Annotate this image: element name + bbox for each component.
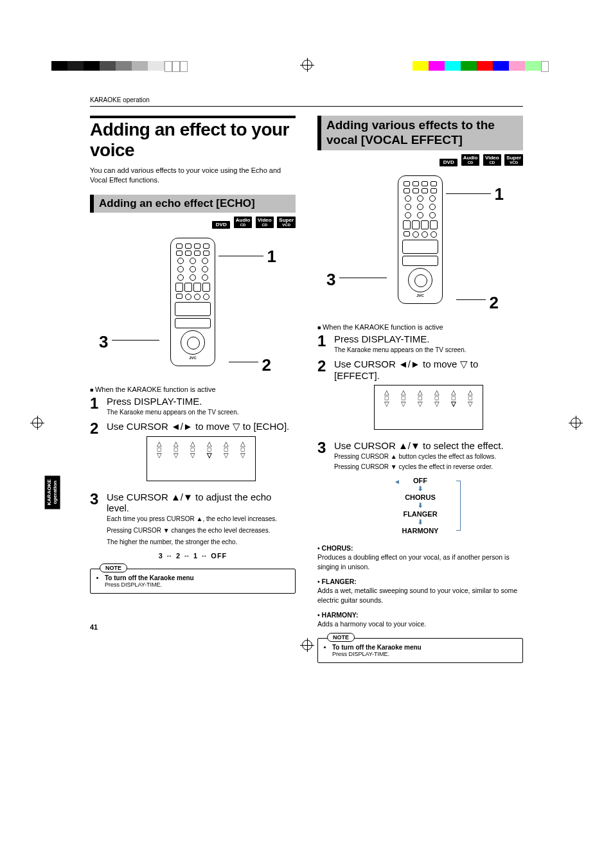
vocal-disc-badges: DVD AudioCD VideoCD SuperVCD: [317, 154, 523, 166]
effect-definitions: CHORUS: Produces a doubling effect on yo…: [317, 544, 523, 630]
badge-super-vcd: SuperVCD: [277, 217, 296, 228]
registration-mark-right: [571, 418, 581, 428]
note-label: NOTE: [100, 563, 127, 572]
echo-step-3: 3 Use CURSOR ▲/▼ to adjust the echo leve…: [90, 492, 296, 547]
cycle-item: FLANGER: [385, 510, 456, 518]
page-number: 41: [90, 623, 98, 631]
annot-3: 3: [99, 332, 108, 352]
step-number: 1: [90, 396, 102, 417]
breadcrumb: KARAOKE operation: [90, 96, 568, 103]
step-head: Use CURSOR ◄/► to move ▽ to [ECHO].: [107, 421, 296, 432]
note-body: Press DISPLAY-TIME.: [105, 581, 289, 588]
remote-brand-label: JVC: [175, 356, 211, 360]
header-rule: [90, 106, 523, 107]
echo-condition: When the KARAOKE function is active: [90, 385, 296, 393]
step-number: 2: [90, 421, 102, 488]
effect-cycle-diagram: ◄ OFF ⬇ CHORUS ⬇ FLANGER ⬇ HARMONY: [385, 477, 456, 535]
echo-note: NOTE To turn off the Karaoke menu Press …: [90, 569, 296, 594]
def-desc: Produces a doubling effect on your vocal…: [317, 553, 510, 571]
page-title: Adding an effect to your voice: [90, 120, 296, 161]
annot-1: 1: [267, 247, 276, 267]
remote-icon: JVC: [170, 238, 215, 366]
badge-audio-cd: AudioCD: [461, 154, 480, 166]
intro-text: You can add various effects to your voic…: [90, 166, 296, 186]
menu-item-icon: △▢▽: [432, 389, 442, 403]
badge-dvd: DVD: [440, 159, 458, 166]
def-term: CHORUS:: [322, 544, 353, 552]
step-head: Use CURSOR ▲/▼ to adjust the echo level.: [107, 492, 296, 513]
step-number: 1: [317, 333, 329, 355]
echo-disc-badges: DVD AudioCD VideoCD SuperVCD: [90, 217, 296, 229]
registration-mark-bottom: [302, 640, 312, 650]
note-body: Press DISPLAY-TIME.: [332, 651, 516, 657]
left-column: Adding an effect to your voice You can a…: [90, 116, 296, 663]
vocal-step-1: 1 Press DISPLAY-TIME. The Karaoke menu a…: [317, 333, 523, 355]
remote-icon: JVC: [398, 175, 443, 304]
step-body-text: Pressing CURSOR ▼ changes the echo level…: [107, 526, 296, 535]
menu-item-icon: △▢▽: [449, 389, 459, 403]
echo-level-sequence: 3 ↔ 2 ↔ 1 ↔ OFF: [90, 552, 296, 560]
step-number: 3: [90, 492, 102, 547]
echo-step-1: 1 Press DISPLAY-TIME. The Karaoke menu a…: [90, 396, 296, 417]
echo-step-2: 2 Use CURSOR ◄/► to move ▽ to [ECHO]. △▢…: [90, 421, 296, 488]
menu-item-icon: △▢▽: [382, 389, 392, 403]
annot-2: 2: [262, 355, 271, 375]
menu-item-icon: △▢▽: [415, 389, 425, 403]
badge-video-cd: VideoCD: [256, 217, 274, 228]
badge-video-cd: VideoCD: [483, 154, 501, 166]
step-body-text: The Karaoke menu appears on the TV scree…: [334, 346, 523, 355]
right-column: Adding various effects to the vocal [VOC…: [317, 116, 523, 663]
echo-remote-diagram: JVC 1 2 3: [90, 231, 296, 379]
step-body-text: Pressing CURSOR ▲ button cycles the effe…: [334, 452, 523, 461]
cycle-item: HARMONY: [385, 527, 456, 535]
step-body-text: Pressing CURSOR ▼ cycles the effect in r…: [334, 463, 523, 472]
step-head: Press DISPLAY-TIME.: [334, 333, 523, 344]
cycle-item: CHORUS: [385, 493, 456, 501]
note-label: NOTE: [327, 633, 355, 642]
step-number: 3: [317, 440, 329, 472]
note-title: To turn off the Karaoke menu: [332, 644, 422, 651]
menu-item-icon: △▢▽: [154, 441, 164, 455]
remote-brand-label: JVC: [402, 294, 438, 297]
menu-item-icon: △▢▽: [204, 441, 215, 455]
annot-3: 3: [326, 270, 335, 290]
vocal-note: NOTE To turn off the Karaoke menu Press …: [317, 638, 523, 663]
badge-audio-cd: AudioCD: [234, 217, 253, 228]
registration-mark-top: [302, 60, 312, 70]
badge-dvd: DVD: [212, 221, 230, 229]
step-body-text: The higher the number, the stronger the …: [107, 538, 296, 547]
menu-item-icon: △▢▽: [188, 441, 198, 455]
menu-item-icon: △▢▽: [465, 389, 475, 403]
def-desc: Adds a wet, metallic sweeping sound to y…: [317, 587, 517, 604]
note-title: To turn off the Karaoke menu: [105, 574, 194, 581]
step-body-text: Each time you press CURSOR ▲, the echo l…: [107, 515, 296, 524]
annot-2: 2: [490, 293, 499, 313]
menu-item-icon: △▢▽: [398, 389, 409, 403]
tv-screen-echo: △▢▽ △▢▽ △▢▽ △▢▽ △▢▽ △▢▽: [147, 436, 256, 481]
step-number: 2: [317, 359, 329, 436]
step-head: Press DISPLAY-TIME.: [107, 396, 296, 407]
annot-1: 1: [495, 184, 504, 204]
def-term: FLANGER:: [322, 578, 357, 585]
def-term: HARMONY:: [322, 611, 359, 619]
menu-item-icon: △▢▽: [171, 441, 181, 455]
step-body-text: The Karaoke menu appears on the TV scree…: [107, 408, 296, 417]
def-desc: Adds a harmony vocal to your voice.: [317, 620, 426, 628]
tv-screen-effect: △▢▽ △▢▽ △▢▽ △▢▽ △▢▽ △▢▽: [374, 385, 483, 430]
vocal-condition: When the KARAOKE function is active: [317, 323, 523, 331]
vocal-heading: Adding various effects to the vocal [VOC…: [317, 116, 523, 150]
side-tab: KARAOKE operation: [45, 475, 60, 509]
step-head: Use CURSOR ◄/► to move ▽ to [EFFECT].: [334, 359, 523, 381]
registration-mark-left: [32, 418, 42, 428]
badge-super-vcd: SuperVCD: [504, 154, 523, 166]
vocal-step-3: 3 Use CURSOR ▲/▼ to select the effect. P…: [317, 440, 523, 472]
vocal-step-2: 2 Use CURSOR ◄/► to move ▽ to [EFFECT]. …: [317, 359, 523, 436]
step-head: Use CURSOR ▲/▼ to select the effect.: [334, 440, 523, 451]
menu-item-icon: △▢▽: [238, 441, 248, 455]
vocal-remote-diagram: JVC 1 2 3: [317, 169, 523, 317]
echo-heading: Adding an echo effect [ECHO]: [90, 195, 296, 213]
menu-item-icon: △▢▽: [221, 441, 231, 455]
